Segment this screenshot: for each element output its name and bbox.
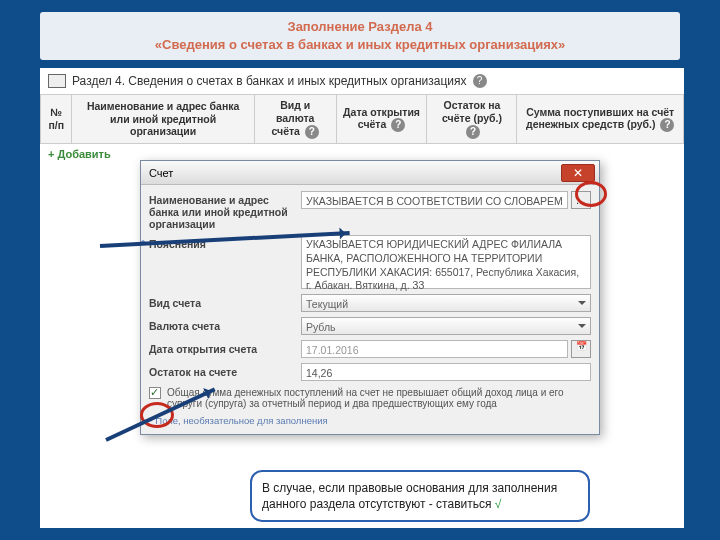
section-icon <box>48 74 66 88</box>
app-canvas: Раздел 4. Сведения о счетах в банках и и… <box>40 68 684 528</box>
slide-title-line1: Заполнение Раздела 4 <box>287 19 432 34</box>
account-dialog: Счет ✕ Наименование и адрес банка или ин… <box>140 160 600 435</box>
section-header: Раздел 4. Сведения о счетах в банках и и… <box>40 68 684 94</box>
balance-input[interactable]: 14,26 <box>301 363 591 381</box>
table-header-row: № п/п Наименование и адрес банка или ино… <box>41 95 684 143</box>
checkbox-row: Общая сумма денежных поступлений на счет… <box>149 387 591 409</box>
help-icon[interactable]: ? <box>660 118 674 132</box>
slide-title: Заполнение Раздела 4 «Сведения о счетах … <box>40 12 680 60</box>
help-icon[interactable]: ? <box>466 125 480 139</box>
bank-input[interactable]: УКАЗЫВАЕТСЯ В СООТВЕТСТВИИ СО СЛОВАРЕМ <box>301 191 568 209</box>
col-balance: Остаток на счёте (руб.) ? <box>427 95 517 143</box>
label-currency: Валюта счета <box>149 317 301 332</box>
col-open-date: Дата открытия счёта ? <box>336 95 427 143</box>
lookup-button[interactable]: … <box>571 191 591 209</box>
col-inflow: Сумма поступивших на счёт денежных средс… <box>517 95 684 143</box>
col-index: № п/п <box>41 95 72 143</box>
no-excess-checkbox[interactable] <box>149 387 161 399</box>
close-icon[interactable]: ✕ <box>561 164 595 182</box>
col-bank: Наименование и адрес банка или иной кред… <box>72 95 254 143</box>
section-title: Раздел 4. Сведения о счетах в банках и и… <box>72 74 467 88</box>
label-balance: Остаток на счете <box>149 363 301 378</box>
accounts-table: № п/п Наименование и адрес банка или ино… <box>40 94 684 143</box>
optional-field-footnote: * Поле, необязательное для заполнения <box>149 415 591 426</box>
slide-title-line2: «Сведения о счетах в банках и иных креди… <box>155 37 565 52</box>
label-notes: *Пояснения <box>149 235 301 250</box>
label-bank: Наименование и адрес банка или иной кред… <box>149 191 301 230</box>
callout-text: В случае, если правовые основания для за… <box>262 481 557 511</box>
account-type-select[interactable]: Текущий <box>301 294 591 312</box>
notes-input[interactable]: УКАЗЫВАЕТСЯ ЮРИДИЧЕСКИЙ АДРЕС ФИЛИАЛА БА… <box>301 235 591 289</box>
help-icon[interactable]: ? <box>305 125 319 139</box>
check-mark: √ <box>495 497 502 511</box>
col-type-currency: Вид и валюта счёта ? <box>254 95 336 143</box>
dialog-title: Счет <box>149 167 173 179</box>
dialog-body: Наименование и адрес банка или иной кред… <box>141 185 599 434</box>
help-icon[interactable]: ? <box>391 118 405 132</box>
currency-select[interactable]: Рубль <box>301 317 591 335</box>
help-icon[interactable]: ? <box>473 74 487 88</box>
calendar-icon[interactable]: 📅 <box>571 340 591 358</box>
checkbox-label: Общая сумма денежных поступлений на счет… <box>167 387 581 409</box>
open-date-input[interactable]: 17.01.2016 <box>301 340 568 358</box>
callout-note: В случае, если правовые основания для за… <box>250 470 590 522</box>
dialog-titlebar: Счет ✕ <box>141 161 599 185</box>
label-type: Вид счета <box>149 294 301 309</box>
label-open-date: Дата открытия счета <box>149 340 301 355</box>
add-button[interactable]: + Добавить <box>40 144 119 164</box>
